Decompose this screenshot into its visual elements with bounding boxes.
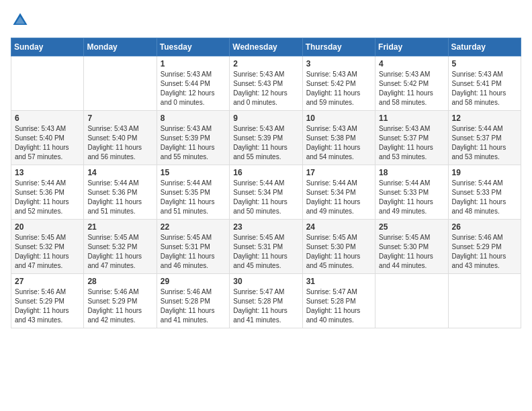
day-number: 17 [306,168,371,177]
day-number: 14 [87,168,152,177]
weekday-header: Tuesday [157,38,229,56]
logo-icon [11,11,30,30]
page-header [11,11,521,30]
day-info: Sunrise: 5:45 AM Sunset: 5:31 PM Dayligh… [233,233,298,271]
day-number: 3 [306,59,371,68]
weekday-header: Thursday [302,38,375,56]
day-info: Sunrise: 5:45 AM Sunset: 5:30 PM Dayligh… [306,233,371,271]
day-number: 4 [379,59,444,68]
calendar-cell: 27Sunrise: 5:46 AM Sunset: 5:29 PM Dayli… [11,274,84,328]
day-info: Sunrise: 5:43 AM Sunset: 5:42 PM Dayligh… [306,70,371,107]
day-number: 26 [452,222,517,232]
calendar-cell: 20Sunrise: 5:45 AM Sunset: 5:32 PM Dayli… [11,220,84,274]
day-number: 7 [87,113,152,123]
calendar-cell: 18Sunrise: 5:44 AM Sunset: 5:33 PM Dayli… [375,165,448,220]
day-number: 30 [233,277,298,286]
day-number: 27 [15,277,80,286]
calendar-table: SundayMondayTuesdayWednesdayThursdayFrid… [11,38,521,328]
day-info: Sunrise: 5:44 AM Sunset: 5:34 PM Dayligh… [306,179,371,216]
weekday-header: Saturday [448,38,521,56]
calendar-cell [375,274,448,328]
day-info: Sunrise: 5:46 AM Sunset: 5:29 PM Dayligh… [15,287,80,325]
day-info: Sunrise: 5:43 AM Sunset: 5:43 PM Dayligh… [233,70,298,107]
day-number: 11 [379,113,444,123]
calendar-cell: 3Sunrise: 5:43 AM Sunset: 5:42 PM Daylig… [302,56,375,111]
calendar-cell: 1Sunrise: 5:43 AM Sunset: 5:44 PM Daylig… [157,56,229,111]
day-number: 19 [452,168,517,177]
calendar-week-row: 20Sunrise: 5:45 AM Sunset: 5:32 PM Dayli… [11,220,521,274]
calendar-cell [11,56,84,111]
calendar-header-row: SundayMondayTuesdayWednesdayThursdayFrid… [11,38,521,56]
calendar-cell: 17Sunrise: 5:44 AM Sunset: 5:34 PM Dayli… [302,165,375,220]
calendar-week-row: 27Sunrise: 5:46 AM Sunset: 5:29 PM Dayli… [11,274,521,328]
day-number: 13 [15,168,80,177]
day-info: Sunrise: 5:44 AM Sunset: 5:33 PM Dayligh… [379,179,444,216]
calendar-cell: 24Sunrise: 5:45 AM Sunset: 5:30 PM Dayli… [302,220,375,274]
day-number: 2 [233,59,298,68]
day-info: Sunrise: 5:47 AM Sunset: 5:28 PM Dayligh… [233,287,298,325]
calendar-cell: 25Sunrise: 5:45 AM Sunset: 5:30 PM Dayli… [375,220,448,274]
day-number: 9 [233,113,298,123]
day-info: Sunrise: 5:44 AM Sunset: 5:36 PM Dayligh… [15,179,80,216]
day-number: 5 [452,59,517,68]
calendar-cell: 16Sunrise: 5:44 AM Sunset: 5:34 PM Dayli… [230,165,302,220]
day-info: Sunrise: 5:43 AM Sunset: 5:39 PM Dayligh… [161,124,226,162]
day-number: 28 [87,277,152,286]
day-number: 24 [306,222,371,232]
calendar-cell: 8Sunrise: 5:43 AM Sunset: 5:39 PM Daylig… [157,111,229,165]
calendar-week-row: 1Sunrise: 5:43 AM Sunset: 5:44 PM Daylig… [11,56,521,111]
calendar-cell: 15Sunrise: 5:44 AM Sunset: 5:35 PM Dayli… [157,165,229,220]
calendar-week-row: 13Sunrise: 5:44 AM Sunset: 5:36 PM Dayli… [11,165,521,220]
calendar-cell: 21Sunrise: 5:45 AM Sunset: 5:32 PM Dayli… [84,220,157,274]
weekday-header: Monday [84,38,157,56]
day-info: Sunrise: 5:44 AM Sunset: 5:35 PM Dayligh… [161,179,226,216]
calendar-cell: 28Sunrise: 5:46 AM Sunset: 5:29 PM Dayli… [84,274,157,328]
day-info: Sunrise: 5:46 AM Sunset: 5:28 PM Dayligh… [161,287,226,325]
day-info: Sunrise: 5:43 AM Sunset: 5:40 PM Dayligh… [87,124,152,162]
calendar-cell: 26Sunrise: 5:46 AM Sunset: 5:29 PM Dayli… [448,220,521,274]
day-info: Sunrise: 5:43 AM Sunset: 5:42 PM Dayligh… [379,70,444,107]
day-info: Sunrise: 5:43 AM Sunset: 5:40 PM Dayligh… [15,124,80,162]
calendar-cell: 4Sunrise: 5:43 AM Sunset: 5:42 PM Daylig… [375,56,448,111]
day-info: Sunrise: 5:44 AM Sunset: 5:36 PM Dayligh… [87,179,152,216]
day-number: 22 [161,222,226,232]
weekday-header: Friday [375,38,448,56]
day-number: 8 [161,113,226,123]
day-number: 12 [452,113,517,123]
calendar-cell: 9Sunrise: 5:43 AM Sunset: 5:39 PM Daylig… [230,111,302,165]
weekday-header: Sunday [11,38,84,56]
day-info: Sunrise: 5:43 AM Sunset: 5:37 PM Dayligh… [379,124,444,162]
calendar-cell: 14Sunrise: 5:44 AM Sunset: 5:36 PM Dayli… [84,165,157,220]
day-info: Sunrise: 5:43 AM Sunset: 5:44 PM Dayligh… [161,70,226,107]
day-number: 23 [233,222,298,232]
calendar-cell: 10Sunrise: 5:43 AM Sunset: 5:38 PM Dayli… [302,111,375,165]
day-number: 21 [87,222,152,232]
calendar-cell: 2Sunrise: 5:43 AM Sunset: 5:43 PM Daylig… [230,56,302,111]
day-number: 6 [15,113,80,123]
calendar-cell: 6Sunrise: 5:43 AM Sunset: 5:40 PM Daylig… [11,111,84,165]
calendar-cell: 5Sunrise: 5:43 AM Sunset: 5:41 PM Daylig… [448,56,521,111]
day-number: 31 [306,277,371,286]
day-info: Sunrise: 5:45 AM Sunset: 5:30 PM Dayligh… [379,233,444,271]
calendar-cell: 29Sunrise: 5:46 AM Sunset: 5:28 PM Dayli… [157,274,229,328]
calendar-cell: 31Sunrise: 5:47 AM Sunset: 5:28 PM Dayli… [302,274,375,328]
calendar-cell [448,274,521,328]
calendar-cell: 30Sunrise: 5:47 AM Sunset: 5:28 PM Dayli… [230,274,302,328]
day-info: Sunrise: 5:43 AM Sunset: 5:41 PM Dayligh… [452,70,517,107]
calendar-cell: 22Sunrise: 5:45 AM Sunset: 5:31 PM Dayli… [157,220,229,274]
day-info: Sunrise: 5:44 AM Sunset: 5:33 PM Dayligh… [452,179,517,216]
day-info: Sunrise: 5:44 AM Sunset: 5:34 PM Dayligh… [233,179,298,216]
day-info: Sunrise: 5:43 AM Sunset: 5:39 PM Dayligh… [233,124,298,162]
calendar-cell: 13Sunrise: 5:44 AM Sunset: 5:36 PM Dayli… [11,165,84,220]
day-info: Sunrise: 5:44 AM Sunset: 5:37 PM Dayligh… [452,124,517,162]
calendar-cell: 23Sunrise: 5:45 AM Sunset: 5:31 PM Dayli… [230,220,302,274]
calendar-cell: 11Sunrise: 5:43 AM Sunset: 5:37 PM Dayli… [375,111,448,165]
calendar-week-row: 6Sunrise: 5:43 AM Sunset: 5:40 PM Daylig… [11,111,521,165]
calendar-cell [84,56,157,111]
day-number: 1 [161,59,226,68]
day-info: Sunrise: 5:47 AM Sunset: 5:28 PM Dayligh… [306,287,371,325]
day-number: 16 [233,168,298,177]
day-info: Sunrise: 5:45 AM Sunset: 5:32 PM Dayligh… [15,233,80,271]
calendar-cell: 19Sunrise: 5:44 AM Sunset: 5:33 PM Dayli… [448,165,521,220]
day-number: 15 [161,168,226,177]
